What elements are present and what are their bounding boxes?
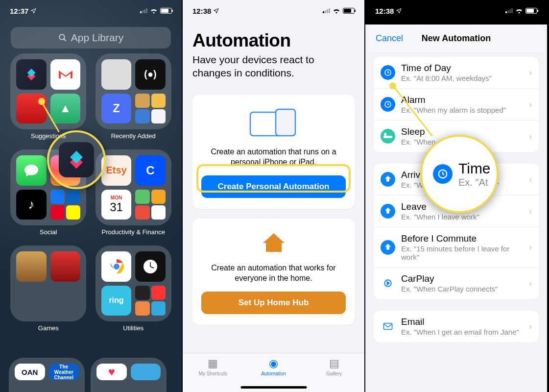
weather-channel-icon[interactable]: TheWeatherChannel (49, 364, 79, 380)
svg-rect-10 (383, 136, 392, 138)
chevron-right-icon: › (529, 131, 532, 142)
clock-icon (381, 65, 395, 80)
leave-icon (381, 204, 395, 219)
status-time: 12:37 (10, 7, 28, 15)
zoom-row: Time Ex. "At (422, 137, 497, 211)
home-illustration (201, 232, 346, 253)
calendar-icon[interactable]: MON31 (101, 190, 132, 220)
gmail-icon[interactable] (50, 59, 81, 90)
shortcuts-app-icon[interactable] (16, 59, 47, 90)
trigger-subtitle: Ex. "When I leave work" (401, 213, 529, 221)
search-placeholder: App Library (71, 32, 123, 44)
mini-apps[interactable] (135, 190, 166, 220)
sheet-header: Cancel New Automation (369, 24, 544, 52)
location-icon (213, 8, 219, 14)
folder-label: Social (40, 228, 57, 236)
trigger-title: Time of Day (401, 63, 529, 74)
oan-icon[interactable]: OAN (15, 364, 45, 380)
folder-utilities[interactable]: ring Utilities (94, 245, 173, 332)
chrome-icon[interactable] (101, 251, 132, 282)
highlight-circle (47, 130, 106, 189)
location-icon (30, 8, 36, 14)
mini-apps[interactable] (135, 94, 166, 124)
highlight-box (196, 164, 351, 193)
clock-icon (381, 97, 395, 112)
status-time: 12:38 (192, 7, 211, 15)
mini-apps[interactable] (50, 190, 81, 220)
app-icon[interactable] (101, 59, 132, 90)
trigger-title: CarPlay (401, 273, 529, 284)
game-icon[interactable] (16, 251, 47, 282)
home-automation-card: Create an automation that works for ever… (192, 219, 355, 325)
wifi-icon (333, 8, 340, 14)
arrive-icon (381, 172, 395, 187)
sheet-title: New Automation (422, 33, 491, 44)
folder-label: Games (38, 324, 59, 332)
folder-games[interactable]: Games (9, 245, 88, 332)
highlight-dot (38, 98, 45, 105)
game-icon[interactable] (50, 251, 81, 282)
search-input[interactable]: App Library (11, 27, 171, 49)
app-icon (16, 286, 47, 316)
trigger-subtitle: Ex. "When my alarm is stopped" (401, 106, 529, 114)
search-icon (58, 33, 67, 42)
tab-my-shortcuts[interactable]: ▦ My Shortcuts (183, 357, 243, 392)
home-indicator[interactable] (240, 386, 307, 389)
app-icon[interactable] (131, 364, 161, 380)
coinbase-icon[interactable]: C (135, 155, 166, 186)
set-up-home-hub-button[interactable]: Set Up Home Hub (201, 292, 346, 314)
folder-label: Productivity & Finance (102, 228, 165, 236)
trigger-row-before-i-commute[interactable]: Before I Commute Ex. "15 minutes before … (374, 227, 539, 268)
battery-icon (343, 8, 355, 14)
mini-apps[interactable] (135, 286, 166, 316)
zoom-subtitle: Ex. "At (458, 177, 491, 188)
trigger-row-carplay[interactable]: CarPlay Ex. "When CarPlay connects" › (374, 268, 539, 299)
chevron-right-icon: › (529, 174, 532, 185)
svg-rect-15 (383, 323, 392, 329)
cancel-button[interactable]: Cancel (376, 33, 403, 44)
gallery-icon: ▤ (304, 357, 364, 370)
signal-icon (505, 8, 513, 13)
folder-suggestions[interactable]: ▲ Suggestions (9, 53, 88, 140)
trigger-subtitle: Ex. "At 8:00 AM, weekdays" (401, 74, 529, 82)
highlight-circle: Time Ex. "At (420, 135, 499, 213)
status-bar: 12:38 (183, 0, 364, 22)
trigger-row-email[interactable]: Email Ex. "When I get an email from Jane… (374, 311, 539, 342)
svg-point-2 (114, 264, 119, 270)
folder-partial[interactable]: OAN TheWeatherChannel (9, 358, 85, 392)
clock-icon[interactable] (135, 251, 166, 282)
folder-partial[interactable]: ♥ (91, 358, 167, 392)
chevron-right-icon: › (529, 99, 532, 110)
signal-icon (323, 8, 330, 13)
battery-icon (525, 8, 537, 14)
folder-recently-added[interactable]: (●) Z Recently Added (94, 53, 173, 140)
tiktok-icon[interactable]: ♪ (16, 190, 47, 220)
trigger-title: Email (401, 317, 529, 327)
app-icon[interactable]: Z (101, 94, 132, 124)
trigger-group-communication: Email Ex. "When I get an email from Jane… (374, 311, 539, 342)
signal-icon (140, 8, 147, 13)
status-bar: 12:37 (0, 0, 182, 22)
carplay-icon (381, 276, 395, 291)
trigger-row-time-of-day[interactable]: Time of Day Ex. "At 8:00 AM, weekdays" › (374, 57, 539, 89)
app-icon[interactable]: ▲ (50, 94, 81, 124)
phone-automation: 12:38 Automation Have your devices react… (183, 0, 365, 392)
messages-icon[interactable] (16, 155, 47, 186)
app-icon[interactable]: (●) (135, 59, 166, 90)
svg-rect-11 (384, 133, 387, 136)
ring-icon[interactable]: ring (101, 286, 132, 316)
health-icon[interactable]: ♥ (96, 364, 127, 380)
svg-rect-7 (276, 109, 295, 136)
automation-icon: ◉ (243, 357, 304, 370)
personal-automation-card: Create an automation that runs on a pers… (192, 95, 355, 209)
folder-label: Utilities (123, 324, 143, 332)
grid-icon: ▦ (183, 357, 243, 370)
devices-illustration (201, 108, 346, 137)
wifi-icon (515, 8, 523, 14)
tab-gallery[interactable]: ▤ Gallery (304, 357, 364, 392)
zoom-title: Time (458, 160, 491, 177)
phone-new-automation: 12:38 Cancel New Automation Time of Day … (365, 0, 548, 392)
commute-icon (381, 240, 395, 255)
folder-label: Recently Added (111, 132, 156, 140)
home-desc: Create an automation that works for ever… (201, 263, 346, 284)
